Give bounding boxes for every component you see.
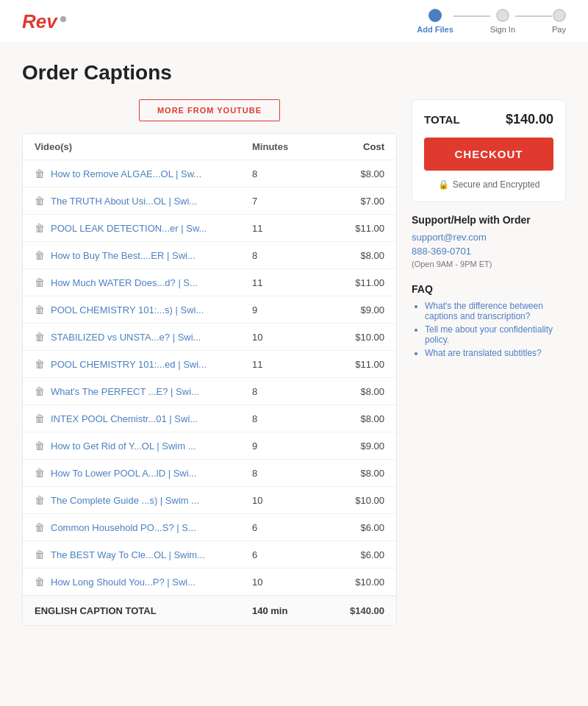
step-circle-sign-in (496, 9, 509, 22)
delete-icon[interactable]: 🗑 (35, 413, 45, 424)
step-line-2 (515, 15, 552, 17)
table-row: 🗑 INTEX POOL Chemistr...01 | Swi... 8 $8… (23, 405, 396, 432)
step-pay: Pay (552, 9, 566, 34)
video-link[interactable]: POOL LEAK DETECTION...er | Sw... (51, 223, 207, 234)
logo-text: Rev (22, 10, 57, 33)
cost-cell: $10.00 (326, 577, 384, 588)
video-link[interactable]: POOL CHEMISTRY 101:...s) | Swi... (51, 304, 204, 315)
table-row: 🗑 How Much WATER Does...d? | S... 11 $11… (23, 269, 396, 296)
faq-item[interactable]: What's the difference between captions a… (425, 301, 566, 321)
main-content: MORE FROM YOUTUBE Video(s) Minutes Cost … (0, 92, 588, 648)
table-row: 🗑 How to Get Rid of Y...OL | Swim ... 9 … (23, 432, 396, 460)
delete-icon[interactable]: 🗑 (35, 467, 45, 479)
delete-icon[interactable]: 🗑 (35, 358, 45, 370)
delete-icon[interactable]: 🗑 (35, 195, 45, 207)
video-link[interactable]: How to Remove ALGAE...OL | Sw... (51, 168, 201, 179)
checkout-button[interactable]: CHECKOUT (424, 138, 553, 171)
table-row: 🗑 POOL CHEMISTRY 101:...s) | Swi... 9 $9… (23, 296, 396, 324)
video-link[interactable]: The Complete Guide ...s) | Swim ... (51, 495, 199, 506)
footer-minutes: 140 min (252, 605, 326, 616)
video-link[interactable]: How to Get Rid of Y...OL | Swim ... (51, 441, 196, 452)
video-cell: 🗑 How to Remove ALGAE...OL | Sw... (35, 168, 252, 179)
delete-icon[interactable]: 🗑 (35, 304, 45, 315)
video-cell: 🗑 How To Lower POOL A...lD | Swi... (35, 467, 252, 479)
step-label-pay: Pay (552, 25, 566, 34)
faq-item[interactable]: What are translated subtitles? (425, 348, 566, 358)
minutes-cell: 10 (252, 495, 326, 506)
delete-icon[interactable]: 🗑 (35, 331, 45, 343)
left-section: MORE FROM YOUTUBE Video(s) Minutes Cost … (22, 99, 397, 626)
right-section: TOTAL $140.00 CHECKOUT 🔒 Secure and Encr… (412, 99, 566, 361)
video-link[interactable]: Common Household PO...S? | S... (51, 522, 196, 533)
table-row: 🗑 How to Buy The Best....ER | Swi... 8 $… (23, 242, 396, 269)
minutes-cell: 8 (252, 413, 326, 424)
delete-icon[interactable]: 🗑 (35, 549, 45, 560)
table-row: 🗑 Common Household PO...S? | S... 6 $6.0… (23, 514, 396, 541)
support-phone[interactable]: 888-369-0701 (412, 246, 566, 257)
table-row: 🗑 What's The PERFECT ...E? | Swi... 8 $8… (23, 378, 396, 405)
minutes-cell: 8 (252, 386, 326, 397)
video-link[interactable]: INTEX POOL Chemistr...01 | Swi... (51, 413, 198, 424)
faq-item[interactable]: Tell me about your confidentiality polic… (425, 324, 566, 345)
video-link[interactable]: The BEST Way To Cle...OL | Swim... (51, 549, 205, 560)
delete-icon[interactable]: 🗑 (35, 440, 45, 452)
step-circle-add-files (429, 9, 442, 22)
video-cell: 🗑 Common Household PO...S? | S... (35, 521, 252, 533)
header: Rev Add Files Sign In Pay (0, 0, 588, 43)
video-link[interactable]: How Much WATER Does...d? | S... (51, 277, 198, 288)
minutes-cell: 10 (252, 332, 326, 343)
cost-cell: $8.00 (326, 250, 384, 261)
cost-cell: $11.00 (326, 359, 384, 370)
support-title: Support/Help with Order (412, 214, 566, 226)
more-youtube-button[interactable]: MORE FROM YOUTUBE (139, 99, 280, 121)
video-link[interactable]: The TRUTH About Usi...OL | Swi... (51, 196, 197, 207)
video-link[interactable]: How To Lower POOL A...lD | Swi... (51, 468, 196, 479)
logo-dot (60, 16, 66, 22)
minutes-cell: 8 (252, 250, 326, 261)
delete-icon[interactable]: 🗑 (35, 249, 45, 261)
logo: Rev (22, 10, 66, 33)
cost-cell: $8.00 (326, 413, 384, 424)
video-link[interactable]: What's The PERFECT ...E? | Swi... (51, 386, 199, 397)
total-amount: $140.00 (506, 112, 553, 127)
table-row: 🗑 POOL LEAK DETECTION...er | Sw... 11 $1… (23, 215, 396, 242)
cost-cell: $9.00 (326, 304, 384, 315)
delete-icon[interactable]: 🗑 (35, 494, 45, 506)
table-row: 🗑 How To Lower POOL A...lD | Swi... 8 $8… (23, 460, 396, 487)
video-cell: 🗑 POOL LEAK DETECTION...er | Sw... (35, 222, 252, 234)
support-section: Support/Help with Order support@rev.com … (412, 214, 566, 268)
cost-cell: $10.00 (326, 495, 384, 506)
footer-label: ENGLISH CAPTION TOTAL (35, 605, 252, 616)
video-link[interactable]: How to Buy The Best....ER | Swi... (51, 250, 196, 261)
video-cell: 🗑 INTEX POOL Chemistr...01 | Swi... (35, 413, 252, 424)
table-row: 🗑 The Complete Guide ...s) | Swim ... 10… (23, 487, 396, 514)
minutes-cell: 7 (252, 196, 326, 207)
step-label-add-files: Add Files (417, 25, 453, 34)
video-cell: 🗑 How to Get Rid of Y...OL | Swim ... (35, 440, 252, 452)
minutes-cell: 6 (252, 549, 326, 560)
cost-cell: $8.00 (326, 168, 384, 179)
delete-icon[interactable]: 🗑 (35, 222, 45, 234)
delete-icon[interactable]: 🗑 (35, 385, 45, 397)
col-video: Video(s) (35, 141, 252, 152)
minutes-cell: 8 (252, 468, 326, 479)
delete-icon[interactable]: 🗑 (35, 521, 45, 533)
step-circle-pay (553, 9, 566, 22)
table-row: 🗑 The BEST Way To Cle...OL | Swim... 6 $… (23, 541, 396, 568)
video-link[interactable]: POOL CHEMISTRY 101:...ed | Swi... (51, 359, 207, 370)
support-phone-note: (Open 9AM - 9PM ET) (412, 260, 566, 268)
delete-icon[interactable]: 🗑 (35, 168, 45, 179)
cost-cell: $11.00 (326, 223, 384, 234)
delete-icon[interactable]: 🗑 (35, 576, 45, 588)
minutes-cell: 10 (252, 577, 326, 588)
faq-section: FAQ What's the difference between captio… (412, 283, 566, 358)
video-link[interactable]: How Long Should You...P? | Swi... (51, 577, 196, 588)
minutes-cell: 9 (252, 304, 326, 315)
support-email[interactable]: support@rev.com (412, 232, 566, 243)
page-title: Order Captions (22, 61, 566, 85)
delete-icon[interactable]: 🗑 (35, 277, 45, 288)
video-cell: 🗑 How Long Should You...P? | Swi... (35, 576, 252, 588)
video-link[interactable]: STABILIZED vs UNSTA...e? | Swi... (51, 332, 201, 343)
step-label-sign-in: Sign In (490, 25, 515, 34)
table-header: Video(s) Minutes Cost (23, 134, 396, 160)
